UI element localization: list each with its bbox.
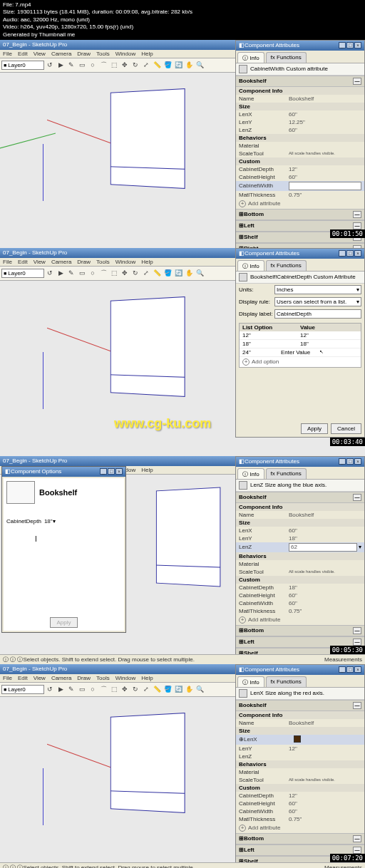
display-label-input[interactable]: CabinetDepth (274, 309, 361, 319)
menu-edit[interactable]: Edit (18, 51, 28, 57)
status-bar: ⓘ ⓘ ⓘ Select objects. Shift to extend se… (0, 654, 365, 664)
material-swatch (294, 735, 301, 743)
table-row[interactable]: 18"18" (240, 340, 361, 348)
row-lenx[interactable]: ⊕ LenX (236, 735, 364, 745)
section-bookshelf[interactable]: Bookshelf— (236, 76, 364, 87)
bookshelf-model[interactable] (156, 487, 220, 587)
menu-tools[interactable]: Tools (96, 51, 110, 57)
component-attributes-panel: ◧ Component Attributes_□× ⓘ Infofx Funct… (235, 40, 365, 255)
tab-functions[interactable]: fx Functions (266, 52, 307, 63)
menu-draw[interactable]: Draw (77, 51, 91, 57)
status-bar: ⓘ ⓘ ⓘ Select objects. Shift to extend se… (0, 862, 365, 868)
bookshelf-model[interactable] (110, 296, 185, 397)
tape-icon[interactable]: 📏 (152, 60, 162, 70)
axis-blue (43, 144, 43, 201)
circle-icon[interactable]: ○ (88, 60, 98, 70)
plus-icon: + (239, 200, 246, 207)
group-custom: Custom (236, 157, 364, 165)
layer-dropdown[interactable]: ■ Layer0 (1, 61, 44, 70)
timestamp: 00:05:30 (330, 646, 365, 654)
add-option[interactable]: +Add option (240, 357, 361, 367)
zoom-icon[interactable]: 🔍 (195, 60, 205, 70)
group-behaviors: Behaviors (236, 134, 364, 142)
cube-icon (239, 65, 247, 73)
thumbnail-icon (6, 481, 35, 504)
component-options-panel: ◧ Component Options_□× Bookshelf Cabinet… (1, 466, 126, 633)
panel-titlebar[interactable]: ◧ Component Attributes_□× (236, 41, 364, 51)
breadcrumb: CabinetWidth Custom attribute (236, 63, 364, 76)
add-attribute[interactable]: +Add attribute (236, 199, 364, 209)
pencil-icon[interactable]: ✎ (66, 60, 76, 70)
thumbnail-1: 07_Begin - SketchUp Pro _□× File Edit Vi… (0, 40, 365, 248)
units-select[interactable]: Inches▾ (274, 285, 361, 294)
row-lenz[interactable]: LenZ62▾ (236, 542, 364, 552)
pan-icon[interactable]: ✋ (184, 60, 194, 70)
table-row[interactable]: 24"Enter Value ↖ (240, 348, 361, 357)
select-icon[interactable]: ▶ (56, 60, 66, 70)
row-cabinetwidth[interactable]: CabinetWidth (236, 181, 364, 191)
scale-icon[interactable]: ⤢ (141, 60, 151, 70)
arc-icon[interactable]: ⌒ (98, 60, 108, 70)
menu-file[interactable]: File (3, 51, 12, 57)
timestamp: 00:07:20 (330, 854, 365, 862)
tab-info[interactable]: ⓘ Info (237, 260, 264, 271)
menu-view[interactable]: View (34, 51, 46, 57)
group-size: Size (236, 103, 364, 110)
layer-dropdown[interactable]: ■ Layer0 (1, 685, 44, 694)
component-attributes-panel: ◧ Component Attributes_□× ⓘ Infofx Funct… (235, 664, 365, 868)
section-bottom[interactable]: ⊞ Bottom— (236, 209, 364, 220)
table-row[interactable]: 12"12" (240, 331, 361, 340)
minimize-icon[interactable]: _ (339, 42, 346, 48)
component-name: Bookshelf (39, 488, 77, 497)
cursor-icon: I (35, 535, 37, 543)
bookshelf-model[interactable] (110, 88, 185, 189)
timestamp: 00:01:50 (330, 229, 365, 238)
video-info: File: 7.mp4 Size: 19301113 bytes (18.41 … (0, 0, 365, 40)
apply-button: Apply (50, 617, 77, 628)
menu-window[interactable]: Window (115, 51, 135, 57)
thumbnail-4: 07_Begin - SketchUp Pro_□× FileEditViewC… (0, 664, 365, 868)
menu-help[interactable]: Help (141, 51, 153, 57)
paint-icon[interactable]: 🪣 (163, 60, 173, 70)
apply-button[interactable]: Apply (301, 423, 328, 434)
tab-functions[interactable]: fx Functions (266, 260, 307, 271)
bookshelf-model[interactable] (110, 713, 185, 813)
thumbnail-2: 07_Begin - SketchUp Pro_□× FileEditViewC… (0, 248, 365, 456)
tool-1[interactable]: ↺ (45, 60, 55, 70)
cancel-button[interactable]: Cancel (331, 423, 361, 434)
rotate-icon[interactable]: ↻ (130, 60, 140, 70)
close-icon[interactable]: × (354, 42, 361, 48)
component-attributes-panel: ◧ Component Attributes_□× ⓘ Infofx Funct… (235, 456, 365, 671)
layer-dropdown[interactable]: ■ Layer0 (1, 269, 44, 278)
thumbnail-3: 07_Begin - SketchUp Pro_□× FileEditViewC… (0, 456, 365, 664)
lenz-input[interactable]: 62 (289, 543, 357, 552)
group-component-info: Component Info (236, 87, 364, 95)
cabinetdepth-select[interactable]: 18"▾ (44, 518, 121, 525)
axis-green (0, 133, 56, 155)
cabinetwidth-input[interactable] (289, 182, 361, 190)
push-icon[interactable]: ⬚ (109, 60, 119, 70)
options-table-header: List OptionValue (240, 324, 361, 331)
collapse-icon[interactable]: — (353, 78, 361, 85)
orbit-icon[interactable]: 🔄 (173, 60, 183, 70)
maximize-icon[interactable]: □ (346, 42, 354, 48)
move-icon[interactable]: ✥ (120, 60, 130, 70)
component-attributes-panel: ◧ Component Attributes_□× ⓘ Infofx Funct… (235, 248, 365, 438)
display-rule-select[interactable]: Users can select from a list.▾ (274, 297, 361, 306)
watermark: www.cg-ku.com (114, 416, 211, 431)
menu-camera[interactable]: Camera (51, 51, 71, 57)
tab-info[interactable]: ⓘ Info (237, 52, 264, 63)
rect-icon[interactable]: ▭ (77, 60, 87, 70)
timestamp: 00:03:40 (330, 438, 365, 446)
